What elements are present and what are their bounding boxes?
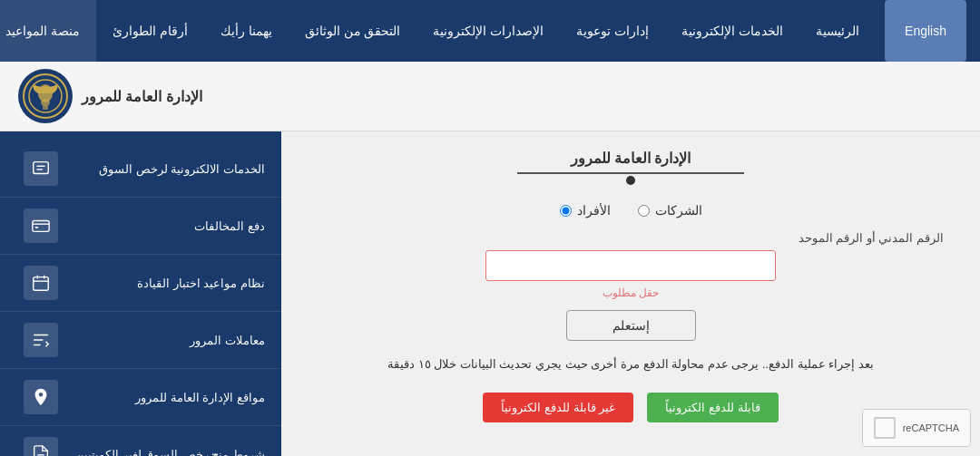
nav-items-container: English الرئيسيةالخدمات الإلكترونيةإدارا… [0,0,971,62]
nav-item-إداراتتوعوية[interactable]: إدارات توعوية [560,0,665,62]
svg-point-3 [41,99,50,106]
form-title: الإدارة العامة للمرور [318,150,944,167]
recaptcha-checkbox[interactable] [874,417,896,439]
radio-companies-label[interactable]: الشركات [638,203,702,218]
sidebar-item-text: دفع المخالفات [194,219,265,233]
sidebar-item[interactable]: نظام مواعيد اختبار القيادة [0,255,281,312]
top-navigation: English الرئيسيةالخدمات الإلكترونيةإدارا… [0,0,980,62]
nav-item-الخدماتالإلكترونية[interactable]: الخدمات الإلكترونية [665,0,799,62]
sidebar-item-text: الخدمات الالكترونية لرخص السوق [99,162,265,176]
recaptcha-label: reCAPTCHA [903,422,959,433]
inquiry-button[interactable]: إستعلم [566,310,696,341]
sidebar-item-text: معاملات المرور [190,334,265,347]
info-text: بعد إجراء عملية الدفع.. يرجى عدم محاولة … [318,354,944,374]
radio-individuals-input[interactable] [560,205,572,217]
payment-buttons: قابلة للدفع الكترونياً غير قابلة للدفع ا… [318,393,944,422]
transactions-icon [24,323,58,357]
nav-item-يهمنارأيك[interactable]: يهمنا رأيك [204,0,289,62]
sidebar-item[interactable]: شروط منح رخص السوق لغير الكويتيين [0,426,281,456]
sidebar-item-text: مواقع الإدارة العامة للمرور [135,391,265,404]
logo-circle [18,69,73,123]
radio-companies-input[interactable] [638,205,650,217]
form-title-dot [626,176,635,185]
radio-individuals-text: الأفراد [577,203,611,218]
sidebar-item[interactable]: دفع المخالفات [0,198,281,255]
nav-item-أرقامالطوارئ[interactable]: أرقام الطوارئ [96,0,204,62]
header-area: الإدارة العامة للمرور [0,62,980,131]
payable-button[interactable]: قابلة للدفع الكترونياً [647,393,778,422]
sidebar-item[interactable]: الخدمات الالكترونية لرخص السوق [0,141,281,198]
input-wrapper [318,250,944,281]
nav-item-منصةالمواعيد[interactable]: منصة المواعيد [0,0,96,62]
sidebar-item[interactable]: مواقع الإدارة العامة للمرور [0,369,281,426]
header-logo-text: الإدارة العامة للمرور [82,88,202,105]
sidebar-item[interactable]: معاملات المرور [0,312,281,369]
license-icon [24,151,58,186]
field-label: الرقم المدني أو الرقم الموحد [318,231,944,245]
payment-icon [24,209,58,243]
pdf-icon [24,437,58,456]
nav-item-التحققمنالوثائق[interactable]: التحقق من الوثائق [289,0,417,62]
sidebar-item-text: نظام مواعيد اختبار القيادة [137,277,265,290]
nav-item-الإصداراتالإلكترونية[interactable]: الإصدارات الإلكترونية [416,0,560,62]
civil-number-input[interactable] [485,250,776,281]
svg-rect-5 [34,162,49,174]
radio-individuals-label[interactable]: الأفراد [560,203,611,218]
svg-rect-8 [33,221,49,232]
nav-item-الرئيسية[interactable]: الرئيسية [799,0,876,62]
calendar-icon [24,266,58,300]
form-panel: الإدارة العامة للمرور الشركات الأفراد ال… [281,131,980,456]
svg-rect-4 [43,105,48,110]
form-title-underline [517,172,744,174]
sidebar-item-text: شروط منح رخص السوق لغير الكويتيين [75,448,265,457]
required-text: حقل مطلوب [318,286,944,299]
not-payable-button[interactable]: غير قابلة للدفع الكترونياً [483,393,633,422]
main-content: الإدارة العامة للمرور الشركات الأفراد ال… [0,131,980,456]
radio-companies-text: الشركات [655,203,702,218]
svg-rect-11 [34,277,49,291]
form-title-container: الإدارة العامة للمرور [318,150,944,185]
english-button[interactable]: English [885,0,966,62]
radio-group: الشركات الأفراد [318,203,944,218]
recaptcha-widget[interactable]: reCAPTCHA [862,409,971,447]
sidebar-panel: الخدمات الالكترونية لرخص السوقدفع المخال… [0,131,281,456]
svg-rect-10 [35,227,39,228]
location-icon [24,380,58,414]
